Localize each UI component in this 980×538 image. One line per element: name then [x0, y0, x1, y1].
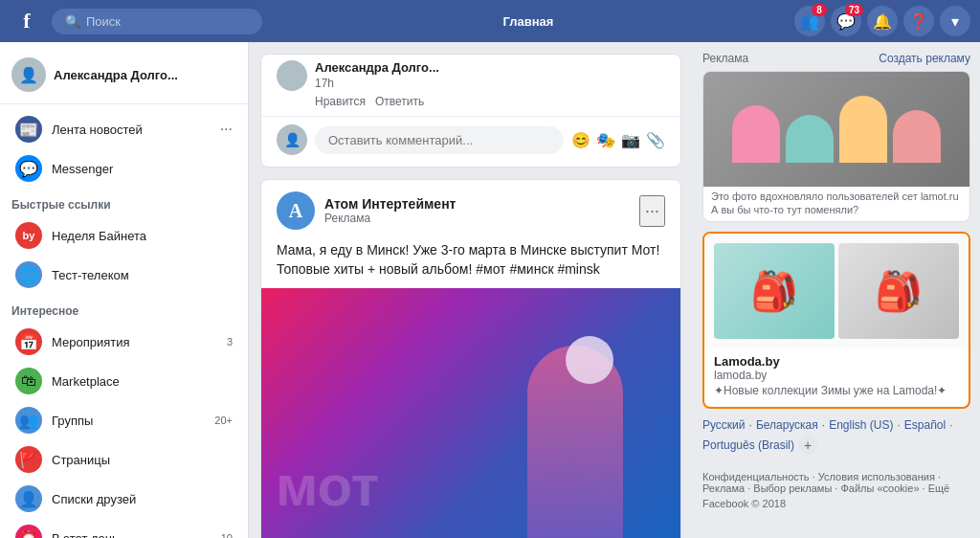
- lamoda-ad-card[interactable]: 🎒 🎒 Lamoda.by lamoda.by ✦Новые коллекции…: [702, 232, 970, 409]
- events-badge: 3: [227, 336, 233, 347]
- sidebar-item-marketplace[interactable]: 🛍 Marketplace: [4, 362, 244, 400]
- sidebar-item-testtelekom[interactable]: 🌐 Тест-телеком: [4, 256, 244, 294]
- lang-english[interactable]: English (US): [829, 418, 893, 432]
- sidebar-item-friendlists[interactable]: 👤 Списки друзей: [4, 480, 244, 518]
- messages-icon-button[interactable]: 💬 73: [831, 6, 861, 36]
- onthisday-badge: 10: [221, 532, 233, 538]
- testtelekom-icon: 🌐: [15, 261, 42, 288]
- top-ad-card[interactable]: Это фото вдохновляло пользователей сет l…: [702, 71, 970, 222]
- ad-section-header: Реклама Создать рекламу: [702, 52, 970, 65]
- top-ad-main-text: Это фото вдохновляло пользователей сет l…: [711, 191, 962, 202]
- sidebar-user[interactable]: 👤 Александра Долго...: [0, 52, 248, 98]
- lamoda-ad-info: Lamoda.by lamoda.by ✦Новые коллекции Зим…: [704, 348, 969, 407]
- search-input[interactable]: [86, 14, 249, 29]
- grey-bag-image: 🎒: [838, 243, 959, 339]
- home-nav-button[interactable]: Главная: [490, 9, 568, 34]
- person-head: [566, 336, 613, 384]
- lang-russian[interactable]: Русский: [702, 418, 746, 432]
- comment-input[interactable]: [315, 126, 564, 154]
- events-icon: 📅: [15, 328, 42, 355]
- sidebar-item-onthisday[interactable]: ⏰ В этот день 10: [4, 519, 244, 538]
- copyright-text: Facebook © 2018: [702, 498, 970, 509]
- lang-portuguese[interactable]: Português (Brasil): [702, 438, 794, 452]
- atom-post-meta: Атом Интертеймент Реклама: [324, 196, 630, 225]
- bayneta-label: Неделя Байнета: [52, 229, 233, 243]
- gif-icon[interactable]: 📷: [621, 131, 640, 149]
- comment-time: 17h: [315, 77, 439, 90]
- terms-link[interactable]: Условия использования: [818, 471, 935, 482]
- more-footer-link[interactable]: Ещё: [928, 482, 950, 494]
- sticker-icon[interactable]: 🎭: [596, 131, 615, 149]
- friends-icon-button[interactable]: 👥 8: [794, 6, 825, 36]
- ad-choice-link[interactable]: Выбор рекламы: [753, 482, 832, 494]
- ad-link[interactable]: Реклама: [702, 482, 745, 494]
- messages-badge: 73: [845, 4, 863, 16]
- lang-belarusian[interactable]: Беларуская: [756, 418, 818, 432]
- right-sidebar: Реклама Создать рекламу Это фото вдохнов…: [693, 42, 980, 538]
- privacy-link[interactable]: Конфиденциальность: [702, 471, 810, 482]
- interesting-title: Интересное: [0, 295, 248, 322]
- person2: [786, 115, 834, 163]
- atom-post-image: мот: [261, 288, 680, 538]
- reply-comment-action[interactable]: Ответить: [375, 95, 424, 108]
- svg-text:мот: мот: [276, 454, 379, 518]
- question-icon: ❓: [909, 12, 928, 31]
- atom-post-header: А Атом Интертеймент Реклама ···: [261, 180, 680, 235]
- groups-label: Группы: [52, 414, 205, 428]
- lamoda-desc: ✦Новые коллекции Зимы уже на Lamoda!✦: [714, 384, 959, 397]
- notifications-icon-button[interactable]: 🔔: [867, 6, 898, 36]
- onthisday-label: В этот день: [52, 531, 212, 539]
- friendlists-icon: 👤: [15, 485, 42, 512]
- lamoda-bags-row: 🎒 🎒: [704, 234, 969, 348]
- person3: [839, 96, 887, 163]
- sidebar-item-newsfeed[interactable]: 📰 Лента новостей ···: [4, 110, 244, 148]
- sidebar-item-groups[interactable]: 👥 Группы 20+: [4, 401, 244, 439]
- marketplace-icon: 🛍: [15, 368, 42, 394]
- emoji-icon[interactable]: 😊: [571, 131, 590, 149]
- left-sidebar: 👤 Александра Долго... 📰 Лента новостей ·…: [0, 42, 249, 538]
- facebook-logo[interactable]: f: [10, 4, 44, 38]
- ad-title: Реклама: [702, 52, 748, 65]
- testtelekom-label: Тест-телеком: [52, 268, 233, 282]
- attach-icon[interactable]: 📎: [646, 131, 665, 149]
- account-menu-button[interactable]: ▾: [940, 6, 970, 36]
- top-ad-placeholder: [703, 72, 969, 187]
- chevron-down-icon: ▾: [951, 12, 959, 31]
- cookies-link[interactable]: Файлы «cookie»: [840, 482, 919, 494]
- user-avatar: 👤: [11, 57, 46, 92]
- mint-bag-image: 🎒: [714, 243, 835, 339]
- person4: [893, 110, 941, 163]
- top-ad-sub-text: А вы бы что-то тут поменяли?: [711, 204, 962, 215]
- sidebar-item-messenger[interactable]: 💬 Messenger: [4, 149, 244, 188]
- current-user-avatar-comment: 👤: [277, 124, 307, 155]
- lang-spanish[interactable]: Español: [904, 418, 946, 432]
- atom-post-options-button[interactable]: ···: [639, 195, 665, 227]
- like-comment-action[interactable]: Нравится: [315, 95, 366, 108]
- person1: [732, 105, 780, 163]
- newsfeed-label: Лента новостей: [52, 123, 211, 137]
- help-icon-button[interactable]: ❓: [903, 6, 934, 36]
- atom-avatar: А: [277, 191, 315, 230]
- create-ad-link[interactable]: Создать рекламу: [879, 52, 970, 65]
- search-box: 🔍: [52, 9, 262, 34]
- nav-left: f 🔍: [10, 4, 262, 38]
- top-ad-image: [703, 72, 969, 187]
- atom-post-card: А Атом Интертеймент Реклама ··· Мама, я …: [260, 179, 681, 538]
- friendlists-label: Списки друзей: [52, 492, 233, 506]
- events-label: Мероприятия: [52, 335, 217, 349]
- pages-label: Страницы: [52, 453, 233, 467]
- bell-icon: 🔔: [873, 12, 892, 31]
- newsfeed-options[interactable]: ···: [220, 121, 233, 138]
- privacy-links: Конфиденциальность · Условия использован…: [702, 471, 970, 494]
- prev-comment-actions: Нравится Ответить: [261, 95, 680, 116]
- add-language-button[interactable]: +: [798, 436, 817, 455]
- sidebar-item-bayneta[interactable]: by Неделя Байнета: [4, 216, 244, 255]
- sidebar-item-events[interactable]: 📅 Мероприятия 3: [4, 323, 244, 361]
- sidebar-item-pages[interactable]: 🚩 Страницы: [4, 440, 244, 479]
- commenter-avatar: [277, 60, 307, 91]
- prev-comment-card: Александра Долго... 17h Нравится Ответит…: [260, 54, 681, 168]
- atom-post-author: Атом Интертеймент: [324, 196, 630, 212]
- main-layout: 👤 Александра Долго... 📰 Лента новостей ·…: [0, 42, 980, 538]
- prev-comment: Александра Долго... 17h: [261, 55, 680, 95]
- ad-people-illustration: [723, 86, 950, 172]
